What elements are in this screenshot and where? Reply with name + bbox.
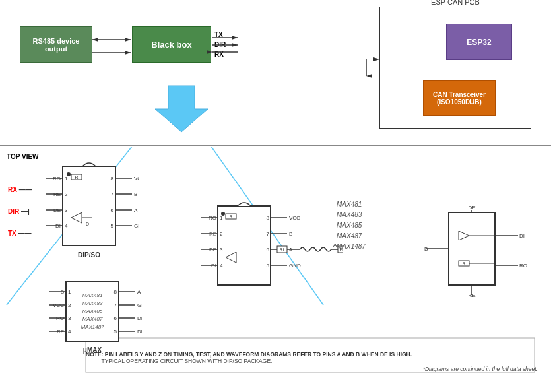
svg-text:DE: DE bbox=[53, 207, 61, 213]
max-labels-middle: MAX481 MAX483 MAX485 MAX487 MAX1487 bbox=[337, 199, 366, 252]
svg-text:A: A bbox=[137, 289, 141, 295]
top-section: ESP CAN PCB ESP32 CAN Transceiver(ISO105… bbox=[0, 0, 551, 145]
svg-text:DI: DI bbox=[211, 263, 216, 269]
svg-text:2: 2 bbox=[65, 191, 68, 197]
separator bbox=[0, 145, 551, 146]
svg-rect-15 bbox=[63, 166, 115, 245]
svg-text:7: 7 bbox=[111, 191, 114, 197]
top-view-label: TOP VIEW bbox=[7, 153, 39, 160]
svg-text:MAX487: MAX487 bbox=[82, 316, 103, 322]
note-line2: TYPICAL OPERATING CIRCUIT SHOWN WITH DIP… bbox=[86, 358, 538, 364]
svg-text:6: 6 bbox=[114, 315, 117, 321]
svg-text:4: 4 bbox=[68, 329, 71, 335]
svg-text:DE: DE bbox=[468, 205, 475, 211]
svg-text:6: 6 bbox=[267, 247, 270, 253]
svg-text:3: 3 bbox=[65, 207, 68, 213]
svg-text:8: 8 bbox=[111, 176, 114, 181]
svg-text:R: R bbox=[75, 175, 78, 180]
svg-text:7: 7 bbox=[267, 231, 270, 237]
svg-text:B: B bbox=[424, 246, 428, 252]
svg-text:VCC: VCC bbox=[53, 302, 64, 308]
signal-labels: TX DIR RX bbox=[214, 30, 226, 59]
svg-text:5: 5 bbox=[267, 263, 270, 269]
svg-text:A: A bbox=[134, 207, 138, 213]
svg-text:DIP/SO: DIP/SO bbox=[78, 251, 100, 259]
bottom-section: TOP VIEW RX —— DIR —| TX —— RO 1 RE 2 bbox=[0, 147, 551, 392]
svg-text:VCC: VCC bbox=[134, 176, 139, 181]
svg-text:6: 6 bbox=[111, 207, 114, 213]
svg-text:GND: GND bbox=[137, 302, 142, 308]
svg-text:A: A bbox=[289, 247, 293, 253]
note-line: NOTE: PIN LABELS Y AND Z ON TIMING, TEST… bbox=[86, 351, 538, 358]
svg-text:7: 7 bbox=[114, 302, 117, 308]
svg-text:MAX483: MAX483 bbox=[82, 300, 103, 306]
rs485-label: RS485 deviceoutput bbox=[33, 37, 80, 53]
svg-text:GND: GND bbox=[289, 263, 301, 269]
svg-text:DI: DI bbox=[137, 315, 142, 321]
svg-marker-11 bbox=[155, 86, 208, 132]
svg-text:DI: DI bbox=[519, 233, 525, 239]
svg-text:4: 4 bbox=[220, 263, 223, 269]
max485-label: MAX485 bbox=[337, 220, 366, 231]
svg-text:RO: RO bbox=[56, 315, 64, 321]
svg-text:DE: DE bbox=[209, 247, 216, 253]
svg-text:B: B bbox=[289, 231, 292, 237]
esp32-box: ESP32 bbox=[446, 24, 512, 60]
asterisk-line: *Diagrams are continued in the full data… bbox=[86, 366, 538, 372]
max487-label: MAX487 bbox=[337, 231, 366, 242]
esp-pcb-box: ESP CAN PCB ESP32 CAN Transceiver(ISO105… bbox=[379, 7, 531, 129]
svg-text:1: 1 bbox=[220, 215, 223, 221]
svg-text:5: 5 bbox=[114, 329, 117, 335]
svg-text:GND: GND bbox=[134, 223, 139, 229]
svg-text:Rt: Rt bbox=[280, 247, 284, 252]
svg-text:8: 8 bbox=[114, 289, 117, 295]
svg-text:2: 2 bbox=[68, 302, 71, 308]
esp-pcb-label: ESP CAN PCB bbox=[431, 0, 480, 6]
tx-signal: TX bbox=[214, 30, 226, 40]
rx-signal: RX bbox=[214, 49, 226, 59]
mid-chip-area: RO 1 RE 2 DE 3 DI 4 8 VCC 7 B Rt bbox=[198, 199, 330, 318]
can-label: CAN Transceiver(ISO1050DUB) bbox=[433, 91, 486, 106]
black-box: Black box bbox=[132, 26, 211, 63]
svg-text:RO: RO bbox=[519, 263, 527, 269]
note-text: NOTE: PIN LABELS Y AND Z ON TIMING, TEST… bbox=[86, 351, 538, 372]
svg-text:2: 2 bbox=[220, 231, 223, 237]
svg-text:3: 3 bbox=[220, 247, 223, 253]
svg-text:RO: RO bbox=[209, 215, 216, 221]
svg-text:1: 1 bbox=[68, 289, 71, 295]
svg-text:DE: DE bbox=[137, 329, 142, 335]
dir-label-bottom: DIR —| bbox=[8, 208, 30, 215]
svg-text:B: B bbox=[61, 289, 64, 295]
svg-text:4: 4 bbox=[65, 223, 68, 229]
esp32-label: ESP32 bbox=[467, 38, 491, 47]
svg-text:RE: RE bbox=[209, 231, 216, 237]
svg-text:MAX485: MAX485 bbox=[82, 308, 103, 314]
tx-label-bottom: TX —— bbox=[8, 230, 32, 237]
rs485-box: RS485 deviceoutput bbox=[20, 26, 92, 63]
svg-text:1: 1 bbox=[65, 176, 68, 181]
svg-text:5: 5 bbox=[111, 223, 114, 229]
dip-chip-area: RO 1 RE 2 DE 3 DI 4 8 VCC 7 B 6 bbox=[40, 160, 139, 278]
right-chip-area: DE B DI RO RE R bbox=[422, 199, 521, 298]
rx-label-bottom: RX —— bbox=[8, 186, 32, 193]
max1487-label: MAX1487 bbox=[337, 242, 366, 252]
svg-text:R: R bbox=[229, 214, 232, 219]
dir-signal: DIR bbox=[214, 40, 226, 49]
max481-label: MAX481 bbox=[337, 199, 366, 210]
svg-text:8: 8 bbox=[267, 215, 270, 221]
black-box-label: Black box bbox=[151, 40, 191, 49]
max483-label: MAX483 bbox=[337, 210, 366, 220]
can-box: CAN Transceiver(ISO1050DUB) bbox=[423, 80, 496, 116]
svg-text:DI: DI bbox=[55, 223, 61, 229]
svg-text:3: 3 bbox=[68, 315, 71, 321]
svg-rect-114 bbox=[449, 212, 495, 285]
svg-text:R: R bbox=[462, 261, 465, 266]
svg-text:MAX481: MAX481 bbox=[82, 292, 103, 298]
svg-text:MAX1487: MAX1487 bbox=[81, 324, 104, 330]
svg-text:VCC: VCC bbox=[289, 215, 300, 221]
svg-text:RE: RE bbox=[57, 329, 64, 335]
svg-text:D: D bbox=[86, 222, 89, 226]
svg-text:B: B bbox=[134, 191, 137, 197]
svg-text:RE: RE bbox=[53, 191, 61, 197]
svg-text:RO: RO bbox=[53, 176, 61, 181]
